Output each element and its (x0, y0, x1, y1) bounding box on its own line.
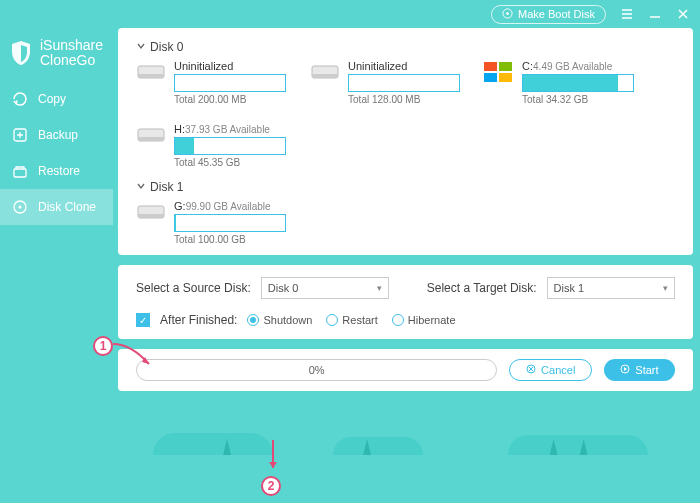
play-icon (620, 364, 630, 376)
partition-total: Total 34.32 GB (522, 94, 638, 105)
target-disk-label: Select a Target Disk: (427, 281, 537, 295)
app-logo: iSunshare CloneGo (0, 36, 113, 81)
chevron-down-icon (136, 40, 146, 54)
clone-settings-panel: Select a Source Disk: Disk 0 ▾ Select a … (118, 265, 693, 339)
usage-bar (522, 74, 634, 92)
svg-rect-3 (14, 169, 26, 177)
disk-clone-icon (12, 199, 28, 215)
drive-icon (310, 62, 340, 82)
partition-name: C:4.49 GB Available (522, 60, 638, 72)
progress-bar: 0% (136, 359, 497, 381)
drive-icon (136, 125, 166, 145)
chevron-down-icon: ▾ (663, 283, 668, 293)
partition-total: Total 100.00 GB (174, 234, 290, 245)
radio-icon (392, 314, 404, 326)
callout-2: 2 (261, 476, 281, 496)
sidebar-item-label: Copy (38, 92, 66, 106)
sidebar-item-copy[interactable]: Copy (0, 81, 113, 117)
svg-rect-11 (499, 62, 512, 71)
radio-icon (326, 314, 338, 326)
sidebar: iSunshare CloneGo Copy Backup Restore Di… (0, 28, 113, 503)
chevron-down-icon (136, 180, 146, 194)
shield-icon (10, 40, 32, 66)
drive-icon (136, 62, 166, 82)
callout-1: 1 (93, 336, 113, 356)
partition-name: G:99.90 GB Available (174, 200, 290, 212)
sidebar-item-backup[interactable]: Backup (0, 117, 113, 153)
usage-bar (174, 137, 286, 155)
make-boot-disk-label: Make Boot Disk (518, 8, 595, 20)
drive-icon (136, 202, 166, 222)
svg-rect-10 (484, 62, 497, 71)
partition-name: H:37.93 GB Available (174, 123, 290, 135)
sidebar-item-label: Restore (38, 164, 80, 178)
svg-point-5 (19, 205, 22, 208)
callout-arrow-2 (263, 438, 283, 474)
cancel-icon (526, 364, 536, 376)
windows-icon (484, 62, 514, 82)
after-option-restart[interactable]: Restart (326, 314, 377, 326)
copy-icon (12, 91, 28, 107)
source-disk-value: Disk 0 (268, 282, 299, 294)
decorative-scenery (113, 421, 700, 455)
brand-line2: CloneGo (40, 53, 103, 68)
after-finished-label: After Finished: (160, 313, 237, 327)
svg-rect-12 (484, 73, 497, 82)
partition-total: Total 128.00 MB (348, 94, 464, 105)
partition-total: Total 45.35 GB (174, 157, 290, 168)
svg-rect-17 (138, 214, 164, 218)
after-finished-checkbox[interactable]: ✓ (136, 313, 150, 327)
partition-total: Total 200.00 MB (174, 94, 290, 105)
partition[interactable]: H:37.93 GB AvailableTotal 45.35 GB (136, 123, 290, 168)
svg-rect-15 (138, 137, 164, 141)
target-disk-select[interactable]: Disk 1 ▾ (547, 277, 675, 299)
target-disk-value: Disk 1 (554, 282, 585, 294)
callout-arrow-1 (111, 342, 155, 372)
start-label: Start (635, 364, 658, 376)
partition-name: Uninitialized (348, 60, 464, 72)
chevron-down-icon: ▾ (377, 283, 382, 293)
cancel-button[interactable]: Cancel (509, 359, 592, 381)
after-option-shutdown[interactable]: Shutdown (247, 314, 312, 326)
sidebar-item-restore[interactable]: Restore (0, 153, 113, 189)
after-option-hibernate[interactable]: Hibernate (392, 314, 456, 326)
close-icon[interactable] (676, 7, 690, 21)
partition[interactable]: UninitializedTotal 128.00 MB (310, 60, 464, 105)
disk-0-header[interactable]: Disk 0 (136, 40, 675, 54)
svg-point-1 (506, 12, 509, 15)
source-disk-select[interactable]: Disk 0 ▾ (261, 277, 389, 299)
partition-name: Uninitialized (174, 60, 290, 72)
menu-icon[interactable] (620, 7, 634, 21)
sidebar-item-label: Backup (38, 128, 78, 142)
disks-panel: Disk 0 UninitializedTotal 200.00 MBUnini… (118, 28, 693, 255)
disc-icon (502, 8, 513, 21)
radio-icon (247, 314, 259, 326)
disk-title: Disk 1 (150, 180, 183, 194)
usage-bar (174, 74, 286, 92)
cancel-label: Cancel (541, 364, 575, 376)
backup-icon (12, 127, 28, 143)
progress-value: 0% (309, 364, 325, 376)
svg-rect-13 (499, 73, 512, 82)
radio-label: Hibernate (408, 314, 456, 326)
svg-rect-7 (138, 74, 164, 78)
radio-label: Shutdown (263, 314, 312, 326)
make-boot-disk-button[interactable]: Make Boot Disk (491, 5, 606, 24)
svg-rect-9 (312, 74, 338, 78)
disk-title: Disk 0 (150, 40, 183, 54)
minimize-icon[interactable] (648, 7, 662, 21)
source-disk-label: Select a Source Disk: (136, 281, 251, 295)
usage-bar (174, 214, 286, 232)
partition[interactable]: C:4.49 GB AvailableTotal 34.32 GB (484, 60, 638, 105)
start-button[interactable]: Start (604, 359, 674, 381)
sidebar-item-disk-clone[interactable]: Disk Clone (0, 189, 113, 225)
brand-line1: iSunshare (40, 38, 103, 53)
sidebar-item-label: Disk Clone (38, 200, 96, 214)
disk-1-header[interactable]: Disk 1 (136, 180, 675, 194)
radio-label: Restart (342, 314, 377, 326)
progress-panel: 0% Cancel Start (118, 349, 693, 391)
titlebar: Make Boot Disk (0, 0, 700, 28)
partition[interactable]: G:99.90 GB AvailableTotal 100.00 GB (136, 200, 290, 245)
content-area: Disk 0 UninitializedTotal 200.00 MBUnini… (113, 28, 700, 503)
partition[interactable]: UninitializedTotal 200.00 MB (136, 60, 290, 105)
